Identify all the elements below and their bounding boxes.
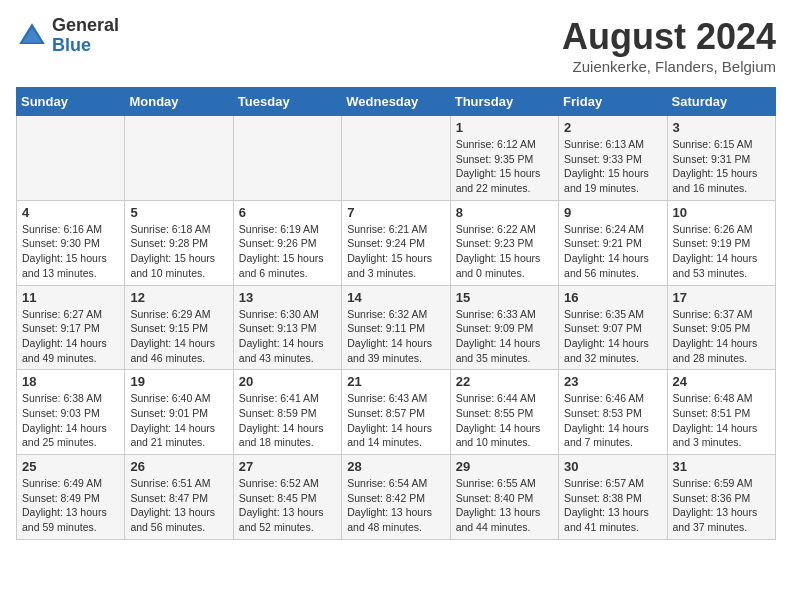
day-info: Sunrise: 6:52 AM Sunset: 8:45 PM Dayligh… [239,476,336,535]
calendar-cell: 29Sunrise: 6:55 AM Sunset: 8:40 PM Dayli… [450,455,558,540]
day-info: Sunrise: 6:27 AM Sunset: 9:17 PM Dayligh… [22,307,119,366]
day-number: 7 [347,205,444,220]
day-number: 23 [564,374,661,389]
day-number: 20 [239,374,336,389]
calendar-cell: 23Sunrise: 6:46 AM Sunset: 8:53 PM Dayli… [559,370,667,455]
day-number: 14 [347,290,444,305]
calendar-cell: 27Sunrise: 6:52 AM Sunset: 8:45 PM Dayli… [233,455,341,540]
day-info: Sunrise: 6:13 AM Sunset: 9:33 PM Dayligh… [564,137,661,196]
logo-general-text: General [52,16,119,36]
week-row-4: 25Sunrise: 6:49 AM Sunset: 8:49 PM Dayli… [17,455,776,540]
logo-blue-text: Blue [52,36,119,56]
location-subtitle: Zuienkerke, Flanders, Belgium [562,58,776,75]
day-header-monday: Monday [125,88,233,116]
calendar-cell: 6Sunrise: 6:19 AM Sunset: 9:26 PM Daylig… [233,200,341,285]
calendar-cell: 1Sunrise: 6:12 AM Sunset: 9:35 PM Daylig… [450,116,558,201]
calendar-cell [342,116,450,201]
month-year-title: August 2024 [562,16,776,58]
calendar-cell: 22Sunrise: 6:44 AM Sunset: 8:55 PM Dayli… [450,370,558,455]
calendar-cell: 5Sunrise: 6:18 AM Sunset: 9:28 PM Daylig… [125,200,233,285]
day-number: 29 [456,459,553,474]
day-info: Sunrise: 6:33 AM Sunset: 9:09 PM Dayligh… [456,307,553,366]
page-header: General Blue August 2024 Zuienkerke, Fla… [16,16,776,75]
calendar-cell [17,116,125,201]
calendar-cell: 30Sunrise: 6:57 AM Sunset: 8:38 PM Dayli… [559,455,667,540]
calendar-cell: 10Sunrise: 6:26 AM Sunset: 9:19 PM Dayli… [667,200,775,285]
day-number: 16 [564,290,661,305]
calendar-cell: 21Sunrise: 6:43 AM Sunset: 8:57 PM Dayli… [342,370,450,455]
day-number: 26 [130,459,227,474]
day-info: Sunrise: 6:37 AM Sunset: 9:05 PM Dayligh… [673,307,770,366]
calendar-cell [233,116,341,201]
day-header-saturday: Saturday [667,88,775,116]
day-info: Sunrise: 6:41 AM Sunset: 8:59 PM Dayligh… [239,391,336,450]
calendar-cell: 7Sunrise: 6:21 AM Sunset: 9:24 PM Daylig… [342,200,450,285]
day-header-wednesday: Wednesday [342,88,450,116]
day-number: 19 [130,374,227,389]
day-info: Sunrise: 6:51 AM Sunset: 8:47 PM Dayligh… [130,476,227,535]
day-number: 13 [239,290,336,305]
day-info: Sunrise: 6:46 AM Sunset: 8:53 PM Dayligh… [564,391,661,450]
day-number: 25 [22,459,119,474]
day-info: Sunrise: 6:19 AM Sunset: 9:26 PM Dayligh… [239,222,336,281]
calendar-cell: 16Sunrise: 6:35 AM Sunset: 9:07 PM Dayli… [559,285,667,370]
calendar-cell: 9Sunrise: 6:24 AM Sunset: 9:21 PM Daylig… [559,200,667,285]
day-info: Sunrise: 6:43 AM Sunset: 8:57 PM Dayligh… [347,391,444,450]
calendar-cell: 20Sunrise: 6:41 AM Sunset: 8:59 PM Dayli… [233,370,341,455]
day-info: Sunrise: 6:22 AM Sunset: 9:23 PM Dayligh… [456,222,553,281]
day-info: Sunrise: 6:59 AM Sunset: 8:36 PM Dayligh… [673,476,770,535]
day-number: 3 [673,120,770,135]
day-info: Sunrise: 6:26 AM Sunset: 9:19 PM Dayligh… [673,222,770,281]
day-info: Sunrise: 6:29 AM Sunset: 9:15 PM Dayligh… [130,307,227,366]
calendar-cell: 4Sunrise: 6:16 AM Sunset: 9:30 PM Daylig… [17,200,125,285]
title-section: August 2024 Zuienkerke, Flanders, Belgiu… [562,16,776,75]
day-info: Sunrise: 6:49 AM Sunset: 8:49 PM Dayligh… [22,476,119,535]
logo-icon [16,20,48,52]
calendar-cell: 25Sunrise: 6:49 AM Sunset: 8:49 PM Dayli… [17,455,125,540]
calendar-table: SundayMondayTuesdayWednesdayThursdayFrid… [16,87,776,540]
day-info: Sunrise: 6:15 AM Sunset: 9:31 PM Dayligh… [673,137,770,196]
day-header-thursday: Thursday [450,88,558,116]
day-info: Sunrise: 6:18 AM Sunset: 9:28 PM Dayligh… [130,222,227,281]
calendar-cell: 19Sunrise: 6:40 AM Sunset: 9:01 PM Dayli… [125,370,233,455]
day-info: Sunrise: 6:24 AM Sunset: 9:21 PM Dayligh… [564,222,661,281]
day-info: Sunrise: 6:54 AM Sunset: 8:42 PM Dayligh… [347,476,444,535]
day-header-sunday: Sunday [17,88,125,116]
day-number: 28 [347,459,444,474]
calendar-cell: 28Sunrise: 6:54 AM Sunset: 8:42 PM Dayli… [342,455,450,540]
day-number: 5 [130,205,227,220]
day-number: 21 [347,374,444,389]
day-info: Sunrise: 6:30 AM Sunset: 9:13 PM Dayligh… [239,307,336,366]
calendar-cell: 18Sunrise: 6:38 AM Sunset: 9:03 PM Dayli… [17,370,125,455]
day-number: 18 [22,374,119,389]
calendar-cell: 12Sunrise: 6:29 AM Sunset: 9:15 PM Dayli… [125,285,233,370]
day-info: Sunrise: 6:32 AM Sunset: 9:11 PM Dayligh… [347,307,444,366]
calendar-cell: 31Sunrise: 6:59 AM Sunset: 8:36 PM Dayli… [667,455,775,540]
day-info: Sunrise: 6:48 AM Sunset: 8:51 PM Dayligh… [673,391,770,450]
day-info: Sunrise: 6:55 AM Sunset: 8:40 PM Dayligh… [456,476,553,535]
day-number: 2 [564,120,661,135]
calendar-cell: 2Sunrise: 6:13 AM Sunset: 9:33 PM Daylig… [559,116,667,201]
day-number: 30 [564,459,661,474]
calendar-cell: 15Sunrise: 6:33 AM Sunset: 9:09 PM Dayli… [450,285,558,370]
day-number: 8 [456,205,553,220]
calendar-cell [125,116,233,201]
calendar-cell: 3Sunrise: 6:15 AM Sunset: 9:31 PM Daylig… [667,116,775,201]
day-info: Sunrise: 6:44 AM Sunset: 8:55 PM Dayligh… [456,391,553,450]
day-number: 31 [673,459,770,474]
day-info: Sunrise: 6:40 AM Sunset: 9:01 PM Dayligh… [130,391,227,450]
day-info: Sunrise: 6:35 AM Sunset: 9:07 PM Dayligh… [564,307,661,366]
day-info: Sunrise: 6:21 AM Sunset: 9:24 PM Dayligh… [347,222,444,281]
calendar-cell: 13Sunrise: 6:30 AM Sunset: 9:13 PM Dayli… [233,285,341,370]
day-number: 4 [22,205,119,220]
day-header-friday: Friday [559,88,667,116]
day-number: 12 [130,290,227,305]
logo: General Blue [16,16,119,56]
day-number: 6 [239,205,336,220]
week-row-3: 18Sunrise: 6:38 AM Sunset: 9:03 PM Dayli… [17,370,776,455]
day-number: 15 [456,290,553,305]
day-number: 9 [564,205,661,220]
day-number: 24 [673,374,770,389]
week-row-0: 1Sunrise: 6:12 AM Sunset: 9:35 PM Daylig… [17,116,776,201]
calendar-cell: 26Sunrise: 6:51 AM Sunset: 8:47 PM Dayli… [125,455,233,540]
